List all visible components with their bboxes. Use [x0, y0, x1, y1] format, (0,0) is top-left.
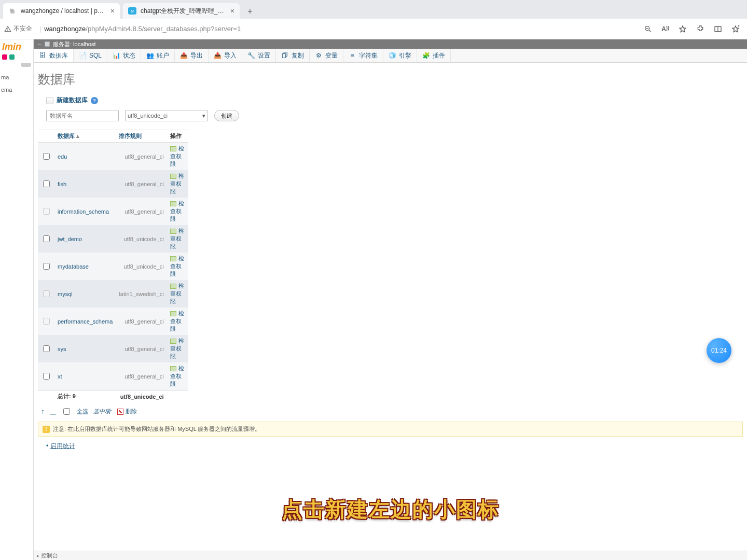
- phpmyadmin-app: lmin ma ema ← 服务器: localhost 🗄数据库 📄SQL 📊…: [0, 39, 747, 560]
- browser-tab-bilibili[interactable]: tv chatgpt全栈开发_哔哩哔哩_bilibi ×: [123, 3, 240, 19]
- tab-charsets[interactable]: ≡字符集: [343, 49, 383, 62]
- accounts-icon: 👥: [146, 52, 154, 59]
- server-icon: [45, 41, 50, 47]
- tab-plugins[interactable]: 🧩插件: [417, 49, 451, 62]
- table-row: eduutf8_general_ci检查权限: [38, 143, 188, 171]
- close-icon[interactable]: ×: [230, 7, 234, 15]
- tab-import[interactable]: 📥导入: [209, 49, 242, 62]
- zoom-icon[interactable]: [644, 25, 652, 33]
- top-tabs: 🗄数据库 📄SQL 📊状态 👥账户 📤导出 📥导入 🔧设置 🗍复制 ⚙变量 ≡字…: [34, 49, 747, 63]
- charset-icon: ≡: [349, 52, 356, 59]
- db-link[interactable]: performance_schema: [58, 318, 113, 325]
- favicon-phpmyadmin: 🐘: [8, 7, 17, 15]
- col-collation[interactable]: 排序规则: [116, 130, 167, 143]
- privileges-icon: [170, 229, 176, 234]
- tab-status[interactable]: 📊状态: [107, 49, 141, 62]
- db-link[interactable]: fish: [58, 181, 66, 187]
- db-link[interactable]: information_schema: [58, 208, 109, 215]
- collapse-handle[interactable]: [21, 63, 31, 67]
- delete-action[interactable]: 删除: [117, 408, 137, 415]
- database-table: 数据库 ▴ 排序规则 操作 eduutf8_general_ci检查权限fish…: [38, 130, 188, 402]
- new-tab-button[interactable]: +: [243, 4, 257, 19]
- row-checkbox[interactable]: [43, 153, 50, 160]
- enable-stats-link[interactable]: 启用统计: [50, 442, 75, 450]
- table-row: sysutf8_general_ci检查权限: [38, 335, 188, 362]
- favorite-icon[interactable]: [679, 25, 687, 33]
- tab-export[interactable]: 📤导出: [175, 49, 209, 62]
- tab-engines[interactable]: 🧊引擎: [383, 49, 417, 62]
- breadcrumb: ← 服务器: localhost: [34, 39, 747, 49]
- db-link[interactable]: mysql: [58, 291, 73, 297]
- row-collation: utf8_general_ci: [116, 143, 167, 171]
- collections-icon[interactable]: [731, 25, 740, 33]
- row-checkbox[interactable]: [43, 345, 50, 352]
- import-icon: 📥: [214, 52, 221, 59]
- bulk-action-bar: ↑ __ 全选 选中项: 删除: [38, 402, 743, 418]
- tab-replication[interactable]: 🗍复制: [276, 49, 310, 62]
- database-icon: 🗄: [39, 52, 46, 59]
- db-link[interactable]: xt: [58, 373, 62, 380]
- nav-quick-icons: [0, 52, 33, 62]
- chevron-down-icon: ▾: [202, 113, 205, 119]
- row-checkbox[interactable]: [43, 263, 50, 270]
- tab-accounts[interactable]: 👥账户: [141, 49, 175, 62]
- row-checkbox[interactable]: [43, 208, 50, 215]
- privileges-icon: [170, 339, 176, 344]
- row-checkbox[interactable]: [43, 373, 50, 380]
- sql-icon: 📄: [79, 52, 86, 59]
- console-bar[interactable]: ▪ 控制台: [34, 551, 747, 560]
- address-bar: 不安全 | wangzhongze/phpMyAdmin4.8.5/server…: [0, 19, 747, 39]
- close-icon[interactable]: ×: [110, 7, 115, 15]
- create-button[interactable]: 创建: [214, 110, 239, 121]
- db-link[interactable]: jwt_demo: [58, 236, 82, 242]
- check-all-link[interactable]: 全选: [77, 408, 88, 415]
- home-icon[interactable]: [2, 54, 7, 60]
- row-checkbox[interactable]: [43, 290, 50, 297]
- url-field[interactable]: wangzhongze/phpMyAdmin4.8.5/server_datab…: [44, 25, 644, 33]
- tree-item[interactable]: ma: [1, 71, 32, 83]
- help-icon[interactable]: ?: [91, 97, 98, 104]
- check-all[interactable]: [63, 408, 70, 415]
- collation-select[interactable]: utf8_unicode_ci ▾: [125, 110, 208, 121]
- refresh-icon[interactable]: [9, 54, 15, 60]
- row-checkbox[interactable]: [43, 235, 50, 242]
- security-indicator[interactable]: 不安全: [4, 24, 32, 33]
- tab-sql[interactable]: 📄SQL: [74, 49, 107, 62]
- read-aloud-icon[interactable]: A)): [661, 25, 669, 33]
- privileges-icon: [170, 201, 176, 206]
- console-icon: ▪: [37, 553, 39, 559]
- privileges-icon: [170, 256, 176, 261]
- variables-icon: ⚙: [315, 52, 322, 59]
- row-collation: utf8_general_ci: [116, 170, 167, 198]
- svg-line-3: [649, 30, 651, 32]
- tab-settings[interactable]: 🔧设置: [242, 49, 276, 62]
- row-checkbox[interactable]: [43, 318, 50, 325]
- replication-icon: 🗍: [281, 52, 288, 59]
- breadcrumb-server[interactable]: 服务器: localhost: [53, 40, 96, 48]
- delete-icon: [117, 409, 123, 415]
- navigation-panel: lmin ma ema: [0, 39, 34, 560]
- row-collation: utf8_general_ci: [116, 362, 167, 390]
- db-link[interactable]: mydatabase: [58, 263, 89, 270]
- extensions-icon[interactable]: [696, 25, 704, 33]
- enable-statistics: 启用统计: [38, 437, 743, 456]
- db-link[interactable]: edu: [58, 153, 67, 160]
- tab-variables[interactable]: ⚙变量: [310, 49, 343, 62]
- tab-databases[interactable]: 🗄数据库: [34, 49, 74, 62]
- svg-point-1: [8, 30, 8, 31]
- video-timer-overlay: 01:24: [707, 338, 731, 363]
- video-subtitle-overlay: 点击新建左边的小图标: [282, 495, 500, 524]
- tree-item[interactable]: ema: [1, 83, 32, 96]
- db-link[interactable]: sys: [58, 346, 66, 352]
- db-tree: ma ema: [0, 68, 33, 96]
- engine-icon: 🧊: [389, 52, 396, 59]
- row-checkbox[interactable]: [43, 180, 50, 187]
- row-collation: utf8_unicode_ci: [116, 253, 167, 280]
- plugin-icon: 🧩: [422, 52, 430, 59]
- sort-asc-icon[interactable]: ▴: [76, 133, 79, 139]
- row-collation: utf8_general_ci: [116, 307, 167, 335]
- database-name-input[interactable]: [46, 110, 119, 121]
- split-screen-icon[interactable]: [714, 25, 722, 33]
- row-collation: utf8_unicode_ci: [116, 225, 167, 253]
- browser-tab-phpmyadmin[interactable]: 🐘 wangzhongze / localhost | phpM ×: [3, 3, 120, 19]
